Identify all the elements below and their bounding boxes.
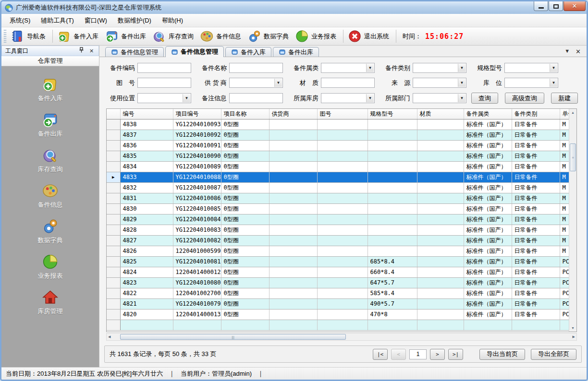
grid-cell[interactable]: [317, 151, 368, 161]
grid-cell[interactable]: [269, 288, 317, 298]
grid-cell[interactable]: 0型圈: [221, 151, 269, 161]
scroll-down-icon[interactable]: ▼: [569, 324, 577, 332]
grid-cell[interactable]: [269, 214, 317, 225]
row-selector[interactable]: [107, 309, 120, 320]
grid-cell[interactable]: M: [560, 172, 570, 182]
grid-cell[interactable]: [368, 182, 417, 193]
grid-cell[interactable]: [317, 214, 368, 225]
grid-cell[interactable]: 日常备件: [512, 151, 560, 161]
grid-cell[interactable]: [417, 246, 464, 256]
grid-cell[interactable]: 标准件（国产）: [464, 203, 512, 214]
grid-cell[interactable]: 4823: [120, 277, 173, 288]
grid-cell[interactable]: [368, 130, 417, 140]
column-header[interactable]: 图号: [317, 109, 368, 119]
grid-cell[interactable]: 4821: [120, 298, 173, 309]
supplier-select[interactable]: ▼: [229, 78, 283, 88]
part-name-input[interactable]: [229, 63, 283, 73]
sidebar-item-warehouse-management[interactable]: 库房管理: [1, 285, 99, 321]
grid-cell[interactable]: 日常备件: [512, 140, 560, 151]
grid-cell[interactable]: M: [560, 119, 570, 130]
grid-cell[interactable]: 4831: [120, 193, 173, 203]
sidebar-item-data-dictionary[interactable]: 数据字典: [1, 214, 99, 250]
grid-cell[interactable]: YG12204010089: [173, 161, 221, 172]
grid-cell[interactable]: 1220401400012: [173, 267, 221, 277]
table-row[interactable]: 4832YG122040100870型圈标准件（国产）日常备件M: [107, 182, 570, 193]
grid-cell[interactable]: [560, 320, 570, 330]
grid-cell[interactable]: [317, 119, 368, 130]
grid-cell[interactable]: 4827: [120, 235, 173, 246]
menu-data-maintenance[interactable]: 数据维护(D): [112, 14, 157, 27]
table-row[interactable]: 4829YG122040100840型圈标准件（国产）日常备件M: [107, 214, 570, 225]
sidebar-item-business-report[interactable]: 业务报表: [1, 250, 99, 285]
row-selector[interactable]: [107, 225, 120, 235]
grid-cell[interactable]: YG12204010087: [173, 182, 221, 193]
grid-cell[interactable]: 标准件（国产）: [464, 225, 512, 235]
grid-cell[interactable]: [269, 320, 317, 330]
table-row[interactable]: 4827YG122040100820型圈标准件（国产）日常备件M: [107, 235, 570, 246]
grid-cell[interactable]: [417, 130, 464, 140]
grid-cell[interactable]: [173, 320, 221, 330]
grid-cell[interactable]: 0型圈: [221, 161, 269, 172]
horizontal-scrollbar[interactable]: ◀ ||| ▶: [106, 333, 577, 341]
tab-close-icon[interactable]: ✕: [576, 48, 581, 55]
chevron-down-icon[interactable]: ▼: [366, 94, 374, 102]
grid-cell[interactable]: [417, 140, 464, 151]
column-header[interactable]: 编号: [120, 109, 173, 119]
grid-cell[interactable]: 日常备件: [512, 246, 560, 256]
row-selector[interactable]: [107, 298, 120, 309]
grid-cell[interactable]: YG12204010086: [173, 193, 221, 203]
grid-cell[interactable]: 日常备件: [512, 235, 560, 246]
grid-cell[interactable]: 0型圈: [221, 267, 269, 277]
query-button[interactable]: 查询: [471, 93, 498, 104]
table-row-partial[interactable]: [107, 320, 570, 330]
table-row[interactable]: 4837YG122040100920型圈标准件（国产）日常备件M: [107, 130, 570, 140]
row-selector[interactable]: [107, 182, 120, 193]
grid-cell[interactable]: 标准件（国产）: [464, 161, 512, 172]
grid-cell[interactable]: 标准件（国产）: [464, 182, 512, 193]
grid-cell[interactable]: YG12204010091: [173, 140, 221, 151]
first-page-button[interactable]: |<: [373, 349, 388, 360]
grid-cell[interactable]: [120, 320, 173, 330]
grid-cell[interactable]: 日常备件: [512, 130, 560, 140]
export-all-pages-button[interactable]: 导出全部页: [531, 349, 576, 360]
grid-cell[interactable]: [269, 267, 317, 277]
part-attr-select[interactable]: ▼: [321, 63, 375, 73]
grid-cell[interactable]: M: [560, 193, 570, 203]
grid-cell[interactable]: 647*5.7: [368, 277, 417, 288]
part-type-select[interactable]: ▼: [413, 63, 466, 73]
table-row[interactable]: 4838YG122040100930型圈标准件（国产）日常备件M: [107, 119, 570, 130]
grid-cell[interactable]: [317, 203, 368, 214]
toolbar-exit-button[interactable]: 退出系统: [346, 28, 393, 44]
sidebar-item-parts-outbound[interactable]: 备件出库: [1, 107, 99, 143]
table-row[interactable]: 4828YG122040100830型圈标准件（国产）日常备件M: [107, 225, 570, 235]
grid-cell[interactable]: [368, 151, 417, 161]
grid-cell[interactable]: YG12204010079: [173, 298, 221, 309]
drawing-no-input[interactable]: [137, 78, 191, 88]
grid-cell[interactable]: 标准件（国产）: [464, 235, 512, 246]
grid-cell[interactable]: YG12204010081: [173, 256, 221, 267]
grid-cell[interactable]: [317, 182, 368, 193]
grid-cell[interactable]: [269, 277, 317, 288]
grid-cell[interactable]: 标准件（国产）: [464, 151, 512, 161]
table-row[interactable]: 4821YG122040100790型圈490*5.7标准件（国产）日常备件PC: [107, 298, 570, 309]
column-header[interactable]: 单位: [560, 109, 570, 119]
grid-cell[interactable]: [368, 235, 417, 246]
grid-cell[interactable]: [317, 235, 368, 246]
chevron-down-icon[interactable]: ▼: [550, 79, 557, 87]
grid-cell[interactable]: 0型圈: [221, 246, 269, 256]
grid-cell[interactable]: [368, 161, 417, 172]
grid-cell[interactable]: M: [560, 214, 570, 225]
table-row[interactable]: 482412204014000120型圈660*8.4标准件（国产）日常备件PC: [107, 267, 570, 277]
toolbar-parts-inbound-button[interactable]: 备件入库: [55, 28, 103, 44]
grid-cell[interactable]: 日常备件: [512, 203, 560, 214]
scroll-right-icon[interactable]: ▶: [573, 335, 575, 339]
grid-cell[interactable]: YG12204010084: [173, 214, 221, 225]
grid-cell[interactable]: 4838: [120, 119, 173, 130]
grid-cell[interactable]: 标准件（国产）: [464, 119, 512, 130]
grid-cell[interactable]: 4833: [120, 172, 173, 182]
grid-cell[interactable]: YG12204010080: [173, 277, 221, 288]
location-select[interactable]: ▼: [504, 78, 558, 88]
grid-cell[interactable]: 0型圈: [221, 309, 269, 320]
chevron-down-icon[interactable]: ▼: [458, 79, 466, 87]
table-row[interactable]: 482212204010027000型圈585*8.4标准件（国产）日常备件PC: [107, 288, 570, 298]
